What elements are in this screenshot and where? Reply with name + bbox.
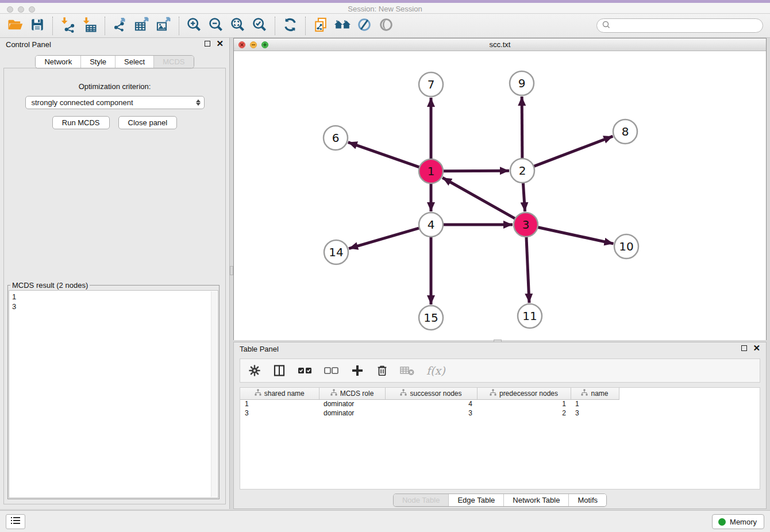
- tab-mcds[interactable]: MCDS: [154, 56, 193, 68]
- graph-node-8[interactable]: 8: [613, 119, 637, 144]
- main-toolbar: [0, 14, 770, 38]
- table-cell[interactable]: dominator: [319, 399, 385, 408]
- graph-node-10[interactable]: 10: [614, 234, 638, 259]
- run-mcds-button[interactable]: Run MCDS: [52, 116, 110, 129]
- graph-edge-1-6[interactable]: [348, 142, 419, 167]
- table-cell[interactable]: 1: [240, 399, 319, 408]
- graph-edge-4-14[interactable]: [349, 228, 419, 249]
- vertical-splitter-handle[interactable]: [230, 266, 233, 275]
- tab-style[interactable]: Style: [81, 56, 116, 68]
- table-cell[interactable]: 3: [385, 408, 477, 418]
- node-label: 8: [622, 125, 629, 138]
- toggle-graphics-details-button[interactable]: [353, 16, 375, 36]
- function-builder-button[interactable]: f(x): [426, 364, 445, 377]
- search-input[interactable]: [611, 20, 763, 32]
- table-cell[interactable]: dominator: [319, 408, 385, 418]
- table-row[interactable]: 1dominator411: [240, 399, 619, 408]
- table-panel-tabs: Node TableEdge TableNetwork TableMotifs: [393, 494, 607, 507]
- graph-edge-2-3[interactable]: [523, 183, 525, 211]
- zoom-fit-button[interactable]: [227, 16, 249, 36]
- float-table-panel-icon[interactable]: [741, 345, 747, 351]
- delete-table-button[interactable]: [400, 365, 415, 376]
- graph-node-2[interactable]: 2: [510, 159, 534, 183]
- import-network-icon: [60, 17, 76, 35]
- clone-network-button[interactable]: [310, 16, 332, 36]
- table-cell[interactable]: 4: [385, 399, 477, 408]
- table-cell[interactable]: 3: [571, 408, 619, 418]
- zoom-selected-button[interactable]: [249, 16, 271, 36]
- graph-node-3[interactable]: 3: [514, 213, 538, 237]
- graph-edge-2-9[interactable]: [522, 97, 522, 159]
- close-panel-button[interactable]: Close panel: [118, 116, 178, 129]
- add-column-button[interactable]: [351, 364, 364, 377]
- tab-network[interactable]: Network: [36, 56, 81, 68]
- memory-label: Memory: [730, 518, 757, 526]
- node-table: shared nameMCDS rolesuccessor nodesprede…: [240, 387, 760, 489]
- task-history-button[interactable]: [6, 514, 25, 529]
- column-header-shared-name[interactable]: shared name: [240, 388, 319, 399]
- close-panel-icon[interactable]: ✕: [216, 41, 224, 47]
- graph-edge-1-2[interactable]: [443, 171, 509, 171]
- table-settings-button[interactable]: [248, 364, 261, 377]
- export-table-button[interactable]: [131, 16, 153, 36]
- tree-icon: [400, 389, 407, 398]
- graph-node-11[interactable]: 11: [518, 304, 542, 328]
- dropdown-stepper-icon: [196, 99, 201, 106]
- graph-node-9[interactable]: 9: [510, 71, 534, 95]
- close-table-panel-icon[interactable]: ✕: [753, 345, 760, 351]
- table-panel-title: Table Panel: [240, 345, 279, 353]
- tree-icon: [330, 389, 337, 398]
- table-cell[interactable]: 1: [477, 399, 571, 408]
- zoom-in-button[interactable]: [183, 16, 205, 36]
- graph-edge-3-1[interactable]: [442, 178, 515, 218]
- tab-edge-table[interactable]: Edge Table: [449, 494, 504, 506]
- graph-edge-3-11[interactable]: [526, 237, 529, 303]
- import-table-button[interactable]: [79, 16, 101, 36]
- table-cell[interactable]: 3: [240, 408, 319, 418]
- graph-node-7[interactable]: 7: [419, 72, 443, 97]
- import-network-button[interactable]: [57, 16, 79, 36]
- graph-node-4[interactable]: 4: [419, 213, 443, 237]
- zoom-out-button[interactable]: [205, 16, 227, 36]
- table-row[interactable]: 3dominator323: [240, 408, 619, 418]
- column-layout-button[interactable]: [272, 364, 286, 377]
- export-image-button[interactable]: [153, 16, 175, 36]
- graph-node-6[interactable]: 6: [324, 126, 348, 150]
- zoom-selected-icon: [252, 17, 268, 35]
- graph-node-15[interactable]: 15: [419, 306, 443, 330]
- network-canvas[interactable]: 7968124314101511: [234, 51, 766, 340]
- table-cell[interactable]: 1: [571, 399, 619, 408]
- deselect-all-columns-button[interactable]: [324, 365, 339, 376]
- refresh-button[interactable]: [279, 16, 301, 36]
- table-toolbar: f(x): [240, 358, 760, 383]
- search-box[interactable]: [596, 18, 763, 33]
- open-file-button[interactable]: [5, 16, 26, 36]
- column-header-successor-nodes[interactable]: successor nodes: [385, 388, 477, 399]
- tab-network-table[interactable]: Network Table: [504, 494, 569, 506]
- graph-edge-2-8[interactable]: [534, 136, 613, 166]
- float-panel-icon[interactable]: [205, 41, 210, 47]
- column-header-name[interactable]: name: [571, 388, 619, 399]
- mcds-result-box[interactable]: 13: [9, 290, 218, 498]
- graph-edge-3-10[interactable]: [538, 227, 614, 244]
- optimization-criterion-select[interactable]: strongly connected component: [25, 96, 205, 109]
- tab-motifs[interactable]: Motifs: [569, 494, 606, 506]
- first-neighbors-button[interactable]: [332, 16, 353, 36]
- node-label: 2: [519, 164, 526, 178]
- table-cell[interactable]: 2: [477, 408, 571, 418]
- select-all-columns-button[interactable]: [298, 365, 313, 376]
- graph-node-1[interactable]: 1: [419, 159, 443, 183]
- column-header-predecessor-nodes[interactable]: predecessor nodes: [477, 388, 571, 399]
- tab-node-table[interactable]: Node Table: [394, 494, 449, 506]
- save-session-button[interactable]: [26, 16, 48, 36]
- column-header-MCDS-role[interactable]: MCDS role: [319, 388, 385, 399]
- result-scrollbar[interactable]: [211, 291, 217, 497]
- export-network-button[interactable]: [109, 16, 131, 36]
- toolbar-separator: [305, 17, 306, 35]
- network-window-titlebar[interactable]: scc.txt: [234, 38, 766, 51]
- graph-node-14[interactable]: 14: [324, 240, 348, 264]
- tab-select[interactable]: Select: [116, 56, 154, 68]
- delete-column-button[interactable]: [376, 364, 388, 377]
- show-hide-button[interactable]: [375, 16, 397, 36]
- memory-button[interactable]: Memory: [712, 514, 764, 529]
